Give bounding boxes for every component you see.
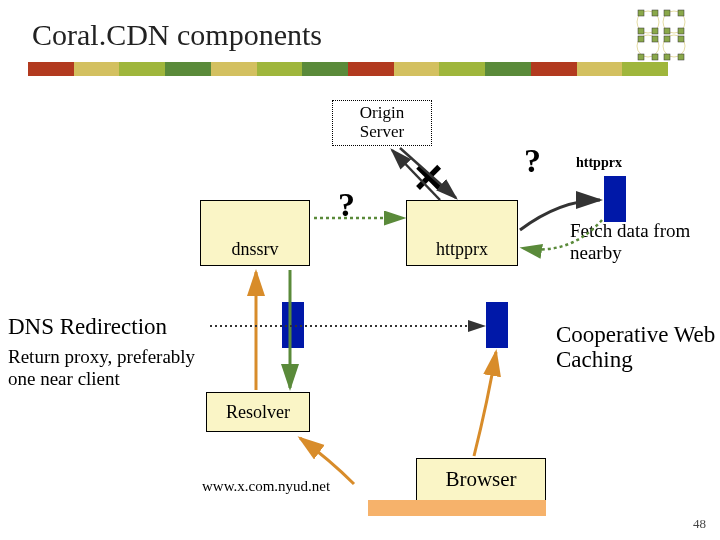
resolver-label: Resolver [226, 402, 290, 422]
svg-rect-6 [638, 28, 644, 34]
svg-rect-4 [638, 10, 644, 16]
fetch-data-text: Fetch data from nearby [570, 220, 720, 264]
svg-rect-9 [678, 10, 684, 16]
httpprx-label: httpprx [436, 239, 488, 259]
svg-rect-11 [678, 28, 684, 34]
svg-rect-13 [652, 36, 658, 42]
svg-rect-12 [638, 36, 644, 42]
httpprx-small-label: httpprx [576, 155, 622, 171]
svg-rect-16 [664, 36, 670, 42]
svg-rect-8 [664, 10, 670, 16]
svg-rect-15 [652, 54, 658, 60]
color-stripe [28, 62, 668, 76]
svg-rect-5 [652, 10, 658, 16]
svg-rect-19 [678, 54, 684, 60]
svg-rect-10 [664, 28, 670, 34]
url-text: www.x.com.nyud.net [202, 478, 330, 495]
dns-redirection-desc: Return proxy, preferably one near client [8, 346, 198, 390]
question-mark-1: ? [338, 186, 355, 224]
svg-rect-14 [638, 54, 644, 60]
browser-box: Browser [416, 458, 546, 502]
resolver-box: Resolver [206, 392, 310, 432]
svg-rect-17 [678, 36, 684, 42]
httpprx-remote-icon [604, 176, 626, 222]
dns-redirection-title: DNS Redirection [8, 314, 167, 340]
network-logo-icon [618, 6, 706, 62]
dnssrv-label: dnssrv [231, 239, 278, 259]
svg-rect-7 [652, 28, 658, 34]
svg-rect-18 [664, 54, 670, 60]
cooperative-caching-title: Cooperative Web Caching [556, 322, 720, 373]
proxy-node-left-icon [282, 302, 304, 348]
slide-title: Coral.CDN components [32, 18, 322, 52]
diagram-arrows [0, 0, 720, 540]
dnssrv-box: dnssrv [200, 200, 310, 266]
httpprx-box: httpprx [406, 200, 518, 266]
url-highlight [368, 500, 546, 516]
origin-label: Origin Server [360, 103, 404, 141]
proxy-node-mid-icon [486, 302, 508, 348]
slide-number: 48 [693, 516, 706, 532]
cross-icon: × [414, 148, 443, 206]
origin-server-box: Origin Server [332, 100, 432, 146]
question-mark-2: ? [524, 142, 541, 180]
browser-label: Browser [445, 467, 516, 491]
